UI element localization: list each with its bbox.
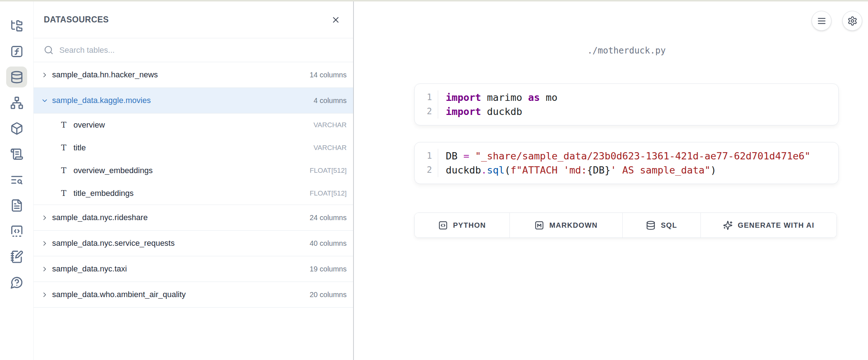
line-number: 2 <box>415 104 438 119</box>
add-cell-toolbar: PYTHONMARKDOWNSQLGENERATE WITH AI <box>414 213 837 238</box>
table-columns-count: 14 columns <box>310 71 347 79</box>
file-text-icon <box>10 199 24 212</box>
code-square-icon <box>438 220 448 230</box>
sparkles-icon <box>723 220 733 230</box>
table-name: sample_data.nyc.taxi <box>52 264 127 274</box>
sidebar-item-datasources[interactable] <box>6 67 27 87</box>
column-name: title <box>73 143 86 153</box>
column-row[interactable]: Toverview_embeddingsFLOAT[512] <box>34 159 353 182</box>
table-name: sample_data.nyc.service_requests <box>52 239 175 248</box>
code-text: import marimo as mo <box>438 90 558 104</box>
database-icon <box>646 220 656 230</box>
table-columns-count: 20 columns <box>310 291 347 299</box>
table-row[interactable]: sample_data.hn.hacker_news14 columns <box>34 62 353 88</box>
button-label: GENERATE WITH AI <box>738 221 814 230</box>
code-text: DB = "_share/sample_data/23b0d623-1361-4… <box>438 149 810 163</box>
code-line: 2duckdb.sql(f"ATTACH 'md:{DB}' AS sample… <box>415 163 838 177</box>
function-square-icon <box>10 45 24 58</box>
generate-with-ai-button[interactable]: GENERATE WITH AI <box>701 213 837 237</box>
table-name: sample_data.nyc.rideshare <box>52 213 148 222</box>
column-row[interactable]: TtitleVARCHAR <box>34 136 353 159</box>
settings-button[interactable] <box>842 11 862 31</box>
sidebar-item-dependencies[interactable] <box>6 92 27 113</box>
table-name: sample_data.who.ambient_air_quality <box>52 290 186 299</box>
markdown-square-icon <box>534 220 544 230</box>
table-columns-count: 19 columns <box>310 265 347 273</box>
box-icon <box>10 122 24 135</box>
code-cell[interactable]: 1DB = "_share/sample_data/23b0d623-1361-… <box>414 142 839 184</box>
code-cell[interactable]: 1import marimo as mo2import duckdb <box>414 83 839 125</box>
line-number: 2 <box>415 163 438 177</box>
notebook-area: ./motherduck.py 1import marimo as mo2imp… <box>355 1 868 360</box>
sidebar-item-logs[interactable] <box>6 143 27 164</box>
table-row[interactable]: sample_data.kaggle.movies4 columns <box>34 88 353 113</box>
gear-icon <box>847 16 858 26</box>
code-line: 2import duckdb <box>415 104 838 119</box>
chevron-right-icon <box>41 214 48 222</box>
notebook-content: ./motherduck.py 1import marimo as mo2imp… <box>414 1 839 360</box>
sidebar-item-help[interactable] <box>6 272 27 293</box>
column-name: overview <box>73 120 105 130</box>
code-square-dashed-icon <box>10 224 24 238</box>
add-sql-cell-button[interactable]: SQL <box>623 213 701 237</box>
column-type: VARCHAR <box>314 121 347 129</box>
sidebar-item-tracing[interactable] <box>6 169 27 190</box>
column-type: FLOAT[512] <box>310 189 347 197</box>
search-input[interactable] <box>59 46 343 55</box>
activity-sidebar <box>0 1 33 360</box>
scroll-text-icon <box>10 147 24 161</box>
sidebar-item-files[interactable] <box>6 15 27 36</box>
table-row[interactable]: sample_data.nyc.taxi19 columns <box>34 256 353 282</box>
sidebar-item-snippets[interactable] <box>6 220 27 241</box>
folder-tree-icon <box>10 19 24 33</box>
table-columns-count: 40 columns <box>310 239 347 248</box>
search-icon <box>44 45 54 55</box>
message-circle-question-icon <box>10 276 24 289</box>
type-text-icon: T <box>60 143 68 152</box>
add-markdown-cell-button[interactable]: MARKDOWN <box>510 213 623 237</box>
tables-list: sample_data.hn.hacker_news14 columnssamp… <box>34 62 353 360</box>
panel-title: DATASOURCES <box>44 15 109 25</box>
chevron-right-icon <box>41 240 48 247</box>
button-label: PYTHON <box>453 221 486 230</box>
sidebar-item-functions[interactable] <box>6 41 27 62</box>
chevron-right-icon <box>41 265 48 273</box>
sidebar-item-documentation[interactable] <box>6 195 27 216</box>
column-type: FLOAT[512] <box>310 167 347 175</box>
table-columns-group: ToverviewVARCHARTtitleVARCHARToverview_e… <box>34 113 353 205</box>
chevron-right-icon <box>41 291 48 299</box>
type-text-icon: T <box>60 120 68 129</box>
code-line: 1DB = "_share/sample_data/23b0d623-1361-… <box>415 149 838 163</box>
code-line: 1import marimo as mo <box>415 90 838 104</box>
datasources-panel: DATASOURCES sample_data.hn.hacker_news14… <box>33 1 354 360</box>
chevron-down-icon <box>41 97 48 104</box>
table-row[interactable]: sample_data.nyc.service_requests40 colum… <box>34 231 353 256</box>
app-window: DATASOURCES sample_data.hn.hacker_news14… <box>0 0 868 360</box>
table-columns-count: 4 columns <box>314 97 347 105</box>
notebook-pen-icon <box>10 250 24 263</box>
table-columns-count: 24 columns <box>310 214 347 222</box>
column-row[interactable]: ToverviewVARCHAR <box>34 113 353 136</box>
chevron-right-icon <box>41 71 48 79</box>
chevron-right-icon <box>41 214 48 222</box>
sidebar-item-scratchpad[interactable] <box>6 246 27 267</box>
column-row[interactable]: Ttitle_embeddingsFLOAT[512] <box>34 182 353 205</box>
table-name: sample_data.kaggle.movies <box>52 96 151 105</box>
close-panel-button[interactable] <box>329 13 343 27</box>
column-type: VARCHAR <box>314 144 347 152</box>
column-name: overview_embeddings <box>73 166 153 175</box>
chevron-down-icon <box>41 97 48 104</box>
chevron-right-icon <box>41 71 48 79</box>
database-icon <box>10 70 24 84</box>
button-label: MARKDOWN <box>549 221 598 230</box>
network-icon <box>10 96 24 110</box>
add-python-cell-button[interactable]: PYTHON <box>415 213 510 237</box>
table-row[interactable]: sample_data.who.ambient_air_quality20 co… <box>34 282 353 308</box>
table-row[interactable]: sample_data.nyc.rideshare24 columns <box>34 205 353 231</box>
chevron-right-icon <box>41 265 48 273</box>
cells-container: 1import marimo as mo2import duckdb1DB = … <box>414 83 839 184</box>
line-number: 1 <box>415 90 438 104</box>
datasources-panel-header: DATASOURCES <box>34 1 353 38</box>
close-icon <box>331 15 340 25</box>
sidebar-item-packages[interactable] <box>6 118 27 139</box>
